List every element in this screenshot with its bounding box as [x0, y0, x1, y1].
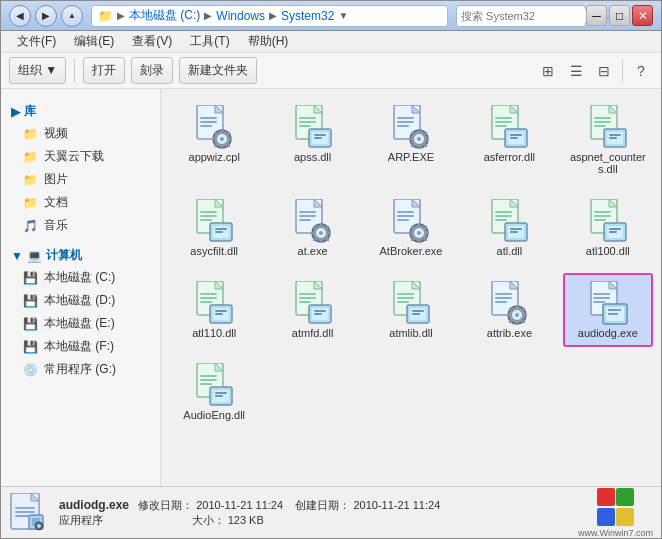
file-name: at.exe [298, 245, 328, 257]
organize-button[interactable]: 组织 ▼ [9, 57, 66, 84]
svg-rect-62 [200, 215, 217, 217]
file-grid-scroll[interactable]: appwiz.cpl apss.dll [161, 89, 661, 486]
sidebar-item-video[interactable]: 📁 视频 [1, 122, 160, 145]
svg-rect-4 [200, 125, 212, 127]
file-item[interactable]: atl100.dll [563, 191, 653, 265]
svg-rect-27 [397, 117, 414, 119]
file-item[interactable]: AudioEng.dll [169, 355, 259, 429]
file-item[interactable]: appwiz.cpl [169, 97, 259, 183]
menu-tools[interactable]: 工具(T) [182, 31, 237, 52]
svg-rect-164 [593, 297, 610, 299]
svg-rect-165 [593, 301, 605, 303]
maximize-button[interactable]: □ [609, 5, 630, 26]
music-icon: 🎵 [23, 219, 38, 233]
svg-point-91 [417, 231, 421, 235]
library-section: ▶ 库 📁 视频 📁 天翼云下载 📁 图片 📁 文档 [1, 97, 160, 237]
menu-help[interactable]: 帮助(H) [240, 31, 297, 52]
svg-rect-95 [425, 232, 429, 234]
open-button[interactable]: 打开 [83, 57, 125, 84]
close-button[interactable]: ✕ [632, 5, 653, 26]
search-input[interactable] [461, 10, 599, 22]
svg-rect-153 [516, 305, 518, 309]
large-icon-button[interactable]: ⊟ [592, 59, 616, 83]
svg-rect-88 [397, 219, 409, 221]
svg-rect-125 [215, 310, 227, 312]
sidebar-item-cloud[interactable]: 📁 天翼云下载 [1, 145, 160, 168]
details-view-button[interactable]: ☰ [564, 59, 588, 83]
svg-rect-76 [320, 223, 322, 227]
search-box[interactable]: 🔍 [456, 5, 586, 27]
new-folder-button[interactable]: 新建文件夹 [179, 57, 257, 84]
file-name: atl100.dll [586, 245, 630, 257]
breadcrumb-windows[interactable]: Windows [216, 9, 265, 23]
file-item[interactable]: audiodg.exe [563, 273, 653, 347]
sidebar-item-drive-c[interactable]: 💾 本地磁盘 (C:) [1, 266, 160, 289]
breadcrumb-system32[interactable]: System32 [281, 9, 334, 23]
file-item[interactable]: aspnet_counters.dll [563, 97, 653, 183]
svg-rect-43 [495, 117, 512, 119]
back-button[interactable]: ◀ [9, 5, 31, 27]
svg-rect-28 [397, 121, 414, 123]
up-button[interactable]: ▲ [61, 5, 83, 27]
status-size: 123 KB [228, 514, 264, 526]
sidebar-item-drive-d[interactable]: 💾 本地磁盘 (D:) [1, 289, 160, 312]
breadcrumb-dropdown[interactable]: ▼ [338, 10, 348, 21]
svg-rect-134 [314, 310, 326, 312]
sidebar-item-drive-e[interactable]: 💾 本地磁盘 (E:) [1, 312, 160, 335]
file-item[interactable]: asycfilt.dll [169, 191, 259, 265]
sidebar-item-pictures[interactable]: 📁 图片 [1, 168, 160, 191]
file-name: atl.dll [497, 245, 523, 257]
file-item[interactable]: asferror.dll [464, 97, 554, 183]
svg-rect-104 [495, 219, 507, 221]
svg-point-32 [417, 137, 421, 141]
forward-button[interactable]: ▶ [35, 5, 57, 27]
minimize-button[interactable]: ─ [586, 5, 607, 26]
file-name: asferror.dll [484, 151, 535, 163]
breadcrumb-sep1: ▶ [117, 10, 125, 21]
svg-rect-181 [15, 507, 35, 509]
file-item[interactable]: ARP.EXE [366, 97, 456, 183]
breadcrumb-item-folder[interactable]: 📁 [98, 9, 113, 23]
svg-rect-139 [397, 297, 414, 299]
file-item[interactable]: atl.dll [464, 191, 554, 265]
breadcrumb-drive[interactable]: 本地磁盘 (C:) [129, 7, 200, 24]
computer-section: ▼ 💻 计算机 💾 本地磁盘 (C:) 💾 本地磁盘 (D:) 💾 本地磁盘 (… [1, 241, 160, 381]
file-item[interactable]: AtBroker.exe [366, 191, 456, 265]
library-header[interactable]: ▶ 库 [1, 97, 160, 122]
svg-rect-63 [200, 219, 212, 221]
svg-rect-122 [200, 301, 212, 303]
svg-rect-147 [495, 293, 512, 295]
burn-button[interactable]: 刻录 [131, 57, 173, 84]
computer-header[interactable]: ▼ 💻 计算机 [1, 241, 160, 266]
file-item[interactable]: apss.dll [267, 97, 357, 183]
svg-rect-10 [212, 138, 216, 140]
svg-rect-111 [594, 211, 611, 213]
breadcrumb[interactable]: 📁 ▶ 本地磁盘 (C:) ▶ Windows ▶ System32 ▼ [91, 5, 448, 27]
menu-edit[interactable]: 编辑(E) [66, 31, 122, 52]
view-toggle-button[interactable]: ⊞ [536, 59, 560, 83]
menu-view[interactable]: 查看(V) [124, 31, 180, 52]
file-name: ARP.EXE [388, 151, 434, 163]
file-item[interactable]: atmfd.dll [267, 273, 357, 347]
menu-file[interactable]: 文件(F) [9, 31, 64, 52]
sidebar-item-drive-g[interactable]: 💿 常用程序 (G:) [1, 358, 160, 381]
file-item[interactable]: atl110.dll [169, 273, 259, 347]
svg-rect-71 [299, 215, 316, 217]
library-header-label: 库 [24, 103, 36, 120]
sidebar-item-music[interactable]: 🎵 音乐 [1, 214, 160, 237]
svg-rect-108 [510, 231, 518, 233]
svg-rect-126 [215, 313, 223, 315]
help-button[interactable]: ? [629, 59, 653, 83]
file-item[interactable]: at.exe [267, 191, 357, 265]
file-item[interactable]: attrib.exe [464, 273, 554, 347]
sidebar-item-drive-f[interactable]: 💾 本地磁盘 (F:) [1, 335, 160, 358]
svg-point-7 [220, 137, 224, 141]
svg-rect-183 [15, 515, 29, 517]
file-icon [487, 105, 531, 149]
file-item[interactable]: atmlib.dll [366, 273, 456, 347]
status-description: 应用程序 [59, 514, 103, 526]
sidebar-item-documents[interactable]: 📁 文档 [1, 191, 160, 214]
drive-g-icon: 💿 [23, 363, 38, 377]
svg-rect-70 [299, 211, 316, 213]
svg-rect-93 [418, 239, 420, 243]
